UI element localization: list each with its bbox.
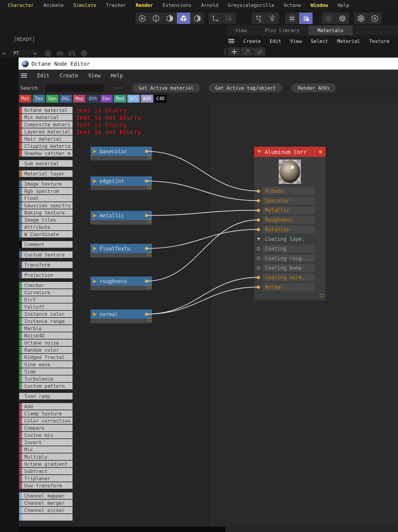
panel-tab-view[interactable]: View (226, 25, 256, 35)
splitter-handle[interactable] (113, 88, 123, 88)
material-node-header[interactable]: Aluminum Corr (254, 147, 325, 157)
list-item-partial[interactable] (19, 514, 73, 521)
expand-icon[interactable] (147, 218, 151, 224)
list-item-float[interactable]: Float (19, 195, 73, 202)
input-row-coating-bump[interactable]: Coating bump (263, 264, 315, 272)
list-item-mix-material[interactable]: Mix material (19, 114, 73, 121)
output-port-icon[interactable] (145, 179, 148, 183)
input-row-metallic[interactable]: Metallic (263, 206, 315, 214)
category-tab-ems[interactable]: Ems (100, 95, 113, 103)
editor-menu-help[interactable]: Help (111, 73, 123, 79)
move-out-icon[interactable] (241, 47, 253, 56)
list-item-rgb-spectrum[interactable]: Rgb spectrum (19, 188, 73, 194)
input-row-coating-laye-[interactable]: Coating laye. (263, 235, 315, 243)
render-settings-icon[interactable]: A (368, 13, 382, 24)
editor-menu-create[interactable]: Create (60, 73, 78, 79)
target-rings-icon[interactable] (322, 13, 335, 24)
list-item-clamp-texture[interactable]: Clamp texture (19, 410, 73, 417)
category-tab-utl[interactable]: Utl (127, 95, 140, 103)
list-item-multiply[interactable]: Multiply (19, 453, 73, 460)
list-item-dirt[interactable]: Dirt (19, 296, 73, 303)
node-header[interactable]: FloatTextu (91, 244, 152, 253)
render-mode-dropdown[interactable]: PT (10, 50, 39, 57)
output-port-icon[interactable] (145, 150, 148, 153)
input-row-coating-norm-[interactable]: Coating norm.. (263, 273, 315, 281)
list-item-material-layer[interactable]: Material layer (19, 170, 73, 177)
materials-menu-create[interactable]: Create (243, 38, 261, 44)
list-item-octane-material[interactable]: Octane material (19, 107, 73, 113)
input-row-normal[interactable]: Normal (263, 283, 315, 291)
list-item-subtract[interactable]: Subtract (19, 468, 73, 474)
collapse-triangle-icon[interactable] (93, 179, 97, 183)
list-item-composite-materi[interactable]: Composite materi (19, 121, 73, 128)
list-item-image-tiles[interactable]: Image tiles (19, 217, 73, 223)
input-row-specular[interactable]: Specular (263, 197, 315, 205)
node-header[interactable]: normal (91, 309, 152, 319)
list-item-side[interactable]: Side (19, 368, 73, 375)
texture-node-edgetint[interactable]: edgetint (91, 176, 152, 190)
list-item-channel-mapper[interactable]: Channel mapper (19, 492, 73, 499)
collapse-triangle-icon[interactable] (257, 150, 261, 153)
app-menu-item-render[interactable]: Render (136, 2, 153, 8)
category-tab-gen[interactable]: Gen (46, 95, 58, 103)
list-item-checker[interactable]: Checker (19, 282, 73, 288)
output-port-icon[interactable] (145, 279, 148, 283)
texture-node-roughness[interactable]: roughness (91, 276, 152, 290)
input-port-icon[interactable] (257, 209, 260, 212)
editor-button-render-aovs[interactable]: Render AOVs (291, 83, 336, 92)
category-tab-oth[interactable]: Oth (87, 95, 99, 103)
window-title-bar[interactable]: Octane Node Editor (19, 58, 398, 70)
input-port-icon[interactable] (257, 285, 260, 289)
input-row-roughness[interactable]: Roughness (263, 216, 315, 224)
material-preview-thumbnail[interactable] (279, 160, 301, 184)
list-item-projection[interactable]: Projection (19, 272, 73, 278)
list-item-sine-wave[interactable]: Sine wave (19, 361, 73, 368)
grid-icon[interactable] (285, 13, 299, 24)
model-fracture-icon[interactable] (191, 13, 204, 24)
list-item-compare[interactable]: Compare (19, 425, 73, 431)
category-tab-c4d[interactable]: C4D (154, 95, 167, 103)
list-item-gaussian-spectru[interactable]: Gaussian spectru (19, 202, 73, 209)
list-item-octane-gradient[interactable]: Octane gradient (19, 461, 73, 467)
input-port-icon[interactable] (257, 190, 260, 193)
panel-tab-materials[interactable]: Materials (308, 25, 352, 35)
list-item-channel-picker[interactable]: Channel picker (19, 507, 73, 513)
collapse-triangle-icon[interactable] (93, 214, 97, 218)
list-item-invert[interactable]: Invert (19, 439, 73, 446)
materials-menu-edit[interactable]: Edit (270, 38, 281, 44)
list-item-baking-texture[interactable]: Baking texture (19, 209, 73, 216)
app-menu-item-tracker[interactable]: Tracker (106, 2, 126, 8)
list-item-custom-pattern[interactable]: Custom pattern (19, 383, 73, 389)
category-tab-med[interactable]: Med (114, 95, 126, 103)
texture-node-metallic[interactable]: metallic (91, 211, 152, 225)
panel-tab-plus-library[interactable]: Plus Library (256, 25, 309, 35)
list-item-clipping-materia[interactable]: Clipping materia (19, 143, 73, 149)
node-header[interactable]: basecolor (91, 147, 152, 156)
chevron-down-icon[interactable] (2, 51, 6, 55)
editor-button-get-active-material[interactable]: Get Active material (132, 83, 200, 92)
editor-menu-edit[interactable]: Edit (37, 73, 49, 79)
list-item-turbulence[interactable]: Turbulence (19, 375, 73, 382)
materials-menu-select[interactable]: Select (311, 38, 328, 44)
output-port-icon[interactable] (319, 150, 322, 154)
expand-icon[interactable] (147, 184, 151, 190)
model-sphere-icon[interactable] (135, 13, 149, 24)
workplane-icon[interactable] (222, 13, 236, 24)
collapse-triangle-icon[interactable] (93, 312, 97, 316)
expand-icon[interactable] (147, 317, 151, 323)
list-item-toon-ramp[interactable]: Toon ramp (19, 393, 73, 399)
output-port-icon[interactable] (145, 247, 148, 250)
input-port-open-icon[interactable] (257, 257, 260, 260)
list-item-octane-noise[interactable]: Octane noise (19, 339, 73, 346)
app-menu-item-arnold[interactable]: Arnold (201, 2, 218, 8)
input-row-albedo[interactable]: Albedo (263, 187, 315, 195)
collapse-triangle-icon[interactable] (93, 149, 97, 154)
input-row-coating[interactable]: Coating (263, 245, 315, 253)
materials-menu-texture[interactable]: Texture (369, 38, 389, 44)
list-item-ridged-fractal[interactable]: Ridged fractal (19, 354, 73, 360)
collapse-triangle-icon[interactable] (93, 247, 97, 251)
auto-key-icon[interactable] (266, 13, 279, 24)
category-tab-osl[interactable]: OSL (60, 95, 72, 103)
app-menu-item-simulate[interactable]: Simulate (73, 2, 96, 8)
list-item-random-color[interactable]: Random color (19, 347, 73, 353)
